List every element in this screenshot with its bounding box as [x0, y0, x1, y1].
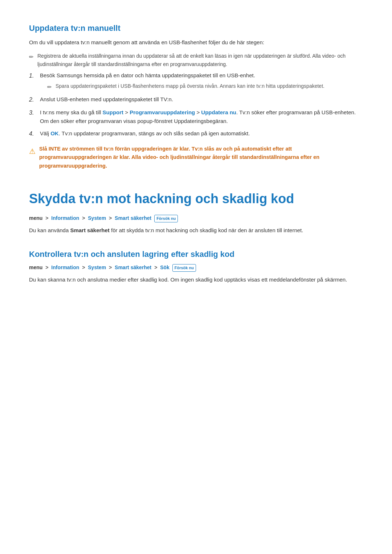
bc-chevron-4: >	[45, 264, 48, 270]
step-2-content: Anslut USB-enheten med uppdateringspaket…	[40, 95, 363, 104]
bc-chevron-7: >	[154, 264, 157, 270]
smart-sakerhet-bold-1: Smart säkerhet	[70, 227, 109, 233]
section-update-intro: Om du vill uppdatera tv:n manuellt genom…	[29, 38, 363, 47]
step-number-4: 4.	[29, 129, 40, 139]
warning-icon: ⚠	[29, 145, 36, 157]
bc-information-2: Information	[51, 264, 79, 270]
step-2: 2. Anslut USB-enheten med uppdateringspa…	[29, 95, 363, 104]
bc-system-1: System	[88, 215, 106, 221]
step-4: 4. Välj OK. Tv:n uppdaterar programvaran…	[29, 129, 363, 139]
step-1-subbullet-text: Spara uppdateringspaketet i USB-flashenh…	[56, 82, 324, 90]
step-4-text-after: . Tv:n uppdaterar programvaran, stängs a…	[59, 130, 250, 136]
try-now-badge-2[interactable]: Försök nu	[172, 264, 196, 272]
bc-information-1: Information	[51, 215, 79, 221]
step-1-subbullet: ✏ Spara uppdateringspaketet i USB-flashe…	[47, 82, 363, 91]
bullet-text-1: Registrera de aktuella inställningarna i…	[37, 52, 363, 68]
step-3-chevron1: >	[123, 109, 130, 115]
section-update: Uppdatera tv:n manuellt Om du vill uppda…	[29, 22, 363, 170]
step-4-content: Välj OK. Tv:n uppdaterar programvaran, s…	[40, 129, 363, 138]
try-now-badge-1[interactable]: Försök nu	[154, 215, 178, 223]
pencil-icon-1: ✏	[29, 53, 34, 61]
step-number-1: 1.	[29, 71, 40, 81]
step-3-text-before: I tv:ns meny ska du gå till	[40, 109, 103, 115]
bc-system-2: System	[88, 264, 106, 270]
step-1: 1. Besök Samsungs hemsida på en dator oc…	[29, 71, 363, 91]
step-3-programvaru: Programvaruuppdatering	[130, 109, 195, 115]
bc-chevron-3: >	[109, 215, 112, 221]
step-number-3: 3.	[29, 108, 40, 118]
bc-smart-sakerhet-1: Smart säkerhet	[115, 215, 151, 221]
pencil-icon-2: ✏	[47, 83, 52, 91]
bc-sok: Sök	[160, 264, 170, 270]
section-scan-body: Du kan skanna tv:n och anslutna medier e…	[29, 275, 363, 284]
step-3-chevron2: >	[195, 109, 201, 115]
step-3-uppdatera: Uppdatera nu	[201, 109, 236, 115]
bc-chevron-5: >	[82, 264, 85, 270]
numbered-steps: 1. Besök Samsungs hemsida på en dator oc…	[29, 71, 363, 138]
step-number-2: 2.	[29, 95, 40, 104]
bc-chevron-2: >	[82, 215, 85, 221]
section-protect-title: Skydda tv:n mot hackning och skadlig kod	[29, 188, 363, 209]
step-2-text: Anslut USB-enheten med uppdateringspaket…	[40, 96, 173, 102]
step-4-text-before: Välj	[40, 130, 50, 136]
step-1-content: Besök Samsungs hemsida på en dator och h…	[40, 71, 363, 91]
section-update-title: Uppdatera tv:n manuellt	[29, 22, 363, 34]
bc-menu-1: menu	[29, 215, 42, 221]
warning-text: Slå INTE av strömmen till tv:n förrän up…	[39, 145, 363, 170]
step-1-text: Besök Samsungs hemsida på en dator och h…	[40, 72, 255, 78]
step-4-ok: OK	[50, 130, 59, 136]
bc-chevron-6: >	[109, 264, 112, 270]
warning-box: ⚠ Slå INTE av strömmen till tv:n förrän …	[29, 145, 363, 170]
breadcrumb-protect: menu > Information > System > Smart säke…	[29, 214, 363, 222]
bullet-item-1: ✏ Registrera de aktuella inställningarna…	[29, 52, 363, 68]
section-protect-body: Du kan använda Smart säkerhet för att sk…	[29, 226, 363, 235]
bc-smart-sakerhet-2: Smart säkerhet	[115, 264, 151, 270]
breadcrumb-scan: menu > Information > System > Smart säke…	[29, 263, 363, 272]
bc-menu-2: menu	[29, 264, 42, 270]
step-3: 3. I tv:ns meny ska du gå till Support >…	[29, 108, 363, 126]
section-scan-title: Kontrollera tv:n och ansluten lagring ef…	[29, 248, 363, 260]
step-3-support: Support	[103, 109, 124, 115]
section-protect: Skydda tv:n mot hackning och skadlig kod…	[29, 188, 363, 235]
section-scan: Kontrollera tv:n och ansluten lagring ef…	[29, 248, 363, 284]
bc-chevron-1: >	[45, 215, 48, 221]
step-3-content: I tv:ns meny ska du gå till Support > Pr…	[40, 108, 363, 126]
section-update-bullets: ✏ Registrera de aktuella inställningarna…	[29, 52, 363, 68]
